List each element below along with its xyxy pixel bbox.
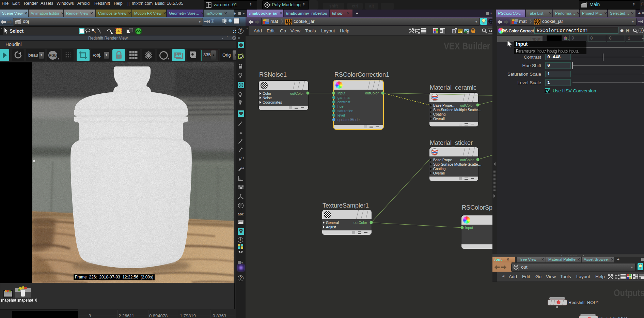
svg-text:obj: obj [16, 22, 18, 24]
svg-text:12: 12 [241, 157, 244, 160]
svg-text:▼: ▼ [224, 22, 226, 25]
svg-text:12: 12 [241, 166, 244, 169]
